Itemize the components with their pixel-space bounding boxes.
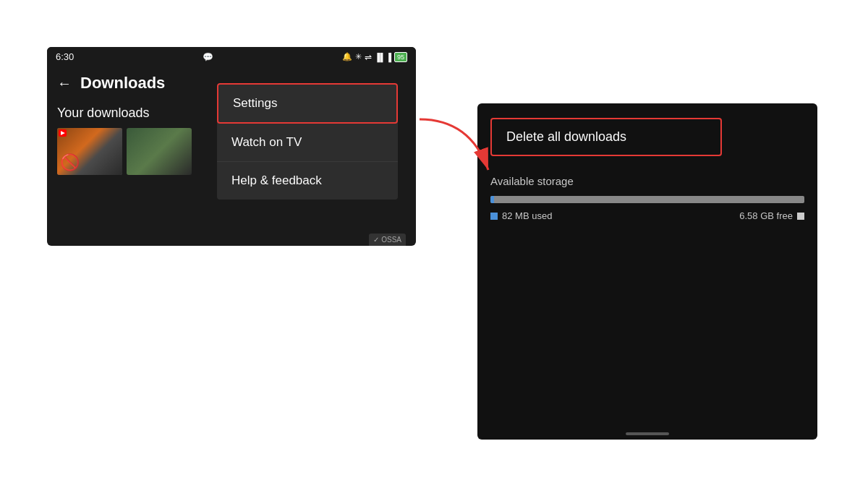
panel-scrollbar[interactable] [626, 432, 669, 435]
delete-all-downloads-button[interactable]: Delete all downloads [490, 118, 722, 156]
storage-labels: 82 MB used 6.58 GB free [490, 210, 804, 221]
status-icons: 🔔 ✳ ⇌ ▐▌▐ 95 [342, 52, 407, 62]
used-dot-icon [490, 213, 498, 220]
delete-btn-container: Delete all downloads [477, 103, 817, 168]
thumbnail-item-2[interactable] [127, 128, 192, 175]
settings-panel: Delete all downloads Available storage 8… [477, 103, 817, 440]
thumbnail-item[interactable]: ▶ 🚫 [57, 128, 122, 175]
battery-icon: 95 [394, 52, 407, 62]
storage-title: Available storage [490, 175, 804, 187]
used-text: 82 MB used [502, 210, 552, 221]
signal-icon: ▐▌▐ [375, 53, 391, 61]
storage-used-bar [490, 196, 494, 203]
youtube-logo: ▶ [59, 129, 67, 137]
storage-section: Available storage 82 MB used 6.58 GB fre… [477, 168, 817, 228]
back-button[interactable]: ← [57, 75, 72, 92]
storage-bar [490, 196, 804, 203]
page-title: Downloads [80, 74, 165, 93]
free-text: 6.58 GB free [739, 210, 793, 221]
free-dot-icon [797, 213, 804, 220]
free-label: 6.58 GB free [739, 210, 804, 221]
whatsapp-icon: 💬 [203, 52, 213, 62]
bell-icon: 🔔 [342, 52, 352, 61]
bluetooth-icon: ✳ [355, 52, 362, 61]
ossa-badge: ✓ OSSA [369, 234, 406, 246]
status-bar: 6:30 💬 🔔 ✳ ⇌ ▐▌▐ 95 [47, 47, 416, 67]
wifi-icon: ⇌ [365, 52, 372, 62]
status-time: 6:30 [56, 51, 74, 62]
no-sign-icon: 🚫 [60, 155, 77, 172]
thumbnail-image-2 [127, 128, 192, 175]
menu-item-watch-on-tv[interactable]: Watch on TV [217, 124, 398, 162]
menu-item-settings[interactable]: Settings [217, 83, 398, 124]
dropdown-menu: Settings Watch on TV Help & feedback [217, 83, 398, 200]
red-arrow [412, 112, 499, 184]
menu-item-help-feedback[interactable]: Help & feedback [217, 162, 398, 200]
thumbnail-image: ▶ 🚫 [57, 128, 122, 175]
used-label: 82 MB used [490, 210, 552, 221]
